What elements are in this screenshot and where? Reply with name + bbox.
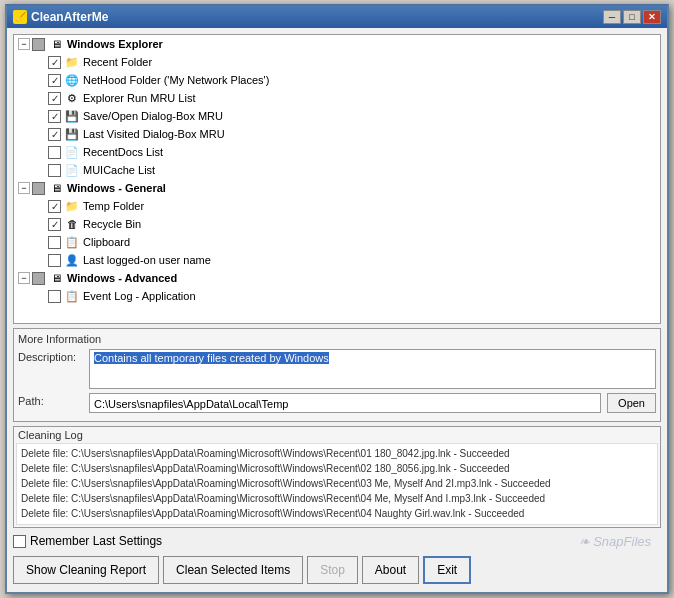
close-button[interactable]: ✕ <box>643 10 661 24</box>
cleaning-log-panel: Cleaning Log Delete file: C:\Users\snapf… <box>13 426 661 528</box>
tree-icon-last-visited-mru: 💾 <box>64 126 80 142</box>
tree-label-windows-advanced: Windows - Advanced <box>67 272 177 284</box>
tree-icon-recent-folder: 📁 <box>64 54 80 70</box>
cleaning-log-title: Cleaning Log <box>14 427 660 443</box>
log-entry: Delete file: C:\Users\snapfiles\AppData\… <box>21 446 653 461</box>
tree-label-event-log: Event Log - Application <box>83 290 196 302</box>
tree-label-muicache-list: MUICache List <box>83 164 155 176</box>
checkbox-recentdocs-list[interactable] <box>48 146 61 159</box>
remember-checkbox[interactable] <box>13 535 26 548</box>
tree-icon-save-open-mru: 💾 <box>64 108 80 124</box>
minimize-button[interactable]: ─ <box>603 10 621 24</box>
title-bar-controls: ─ □ ✕ <box>603 10 661 24</box>
checkbox-recycle-bin[interactable] <box>48 218 61 231</box>
tree-label-windows-general: Windows - General <box>67 182 166 194</box>
log-entry: Delete file: C:\Users\snapfiles\AppData\… <box>21 491 653 506</box>
show-report-button[interactable]: Show Cleaning Report <box>13 556 159 584</box>
tree-item-windows-general[interactable]: −🖥Windows - General <box>14 179 660 197</box>
checkbox-windows-advanced[interactable] <box>32 272 45 285</box>
title-bar: 🧹 CleanAfterMe ─ □ ✕ <box>7 6 667 28</box>
path-row: Path: C:\Users\snapfiles\AppData\Local\T… <box>18 393 656 413</box>
tree-item-nethood-folder[interactable]: 🌐NetHood Folder ('My Network Places') <box>14 71 660 89</box>
tree-item-recent-folder[interactable]: 📁Recent Folder <box>14 53 660 71</box>
tree-label-clipboard: Clipboard <box>83 236 130 248</box>
snapfiles-watermark: ❧ SnapFiles <box>579 534 651 549</box>
window-title: CleanAfterMe <box>31 10 108 24</box>
tree-item-last-visited-mru[interactable]: 💾Last Visited Dialog-Box MRU <box>14 125 660 143</box>
app-icon: 🧹 <box>13 10 27 24</box>
expander-windows-advanced[interactable]: − <box>18 272 30 284</box>
open-button[interactable]: Open <box>607 393 656 413</box>
checkbox-muicache-list[interactable] <box>48 164 61 177</box>
expander-windows-general[interactable]: − <box>18 182 30 194</box>
tree-panel[interactable]: −🖥Windows Explorer📁Recent Folder🌐NetHood… <box>13 34 661 324</box>
log-entry: Delete file: C:\Users\snapfiles\AppData\… <box>21 506 653 521</box>
description-text: Contains all temporary files created by … <box>94 352 329 364</box>
tree-item-windows-explorer[interactable]: −🖥Windows Explorer <box>14 35 660 53</box>
tree-icon-windows-advanced: 🖥 <box>48 270 64 286</box>
checkbox-save-open-mru[interactable] <box>48 110 61 123</box>
tree-label-recycle-bin: Recycle Bin <box>83 218 141 230</box>
remember-settings-row: Remember Last Settings <box>13 532 162 550</box>
tree-item-recycle-bin[interactable]: 🗑Recycle Bin <box>14 215 660 233</box>
tree-icon-nethood-folder: 🌐 <box>64 72 80 88</box>
tree-item-temp-folder[interactable]: 📁Temp Folder <box>14 197 660 215</box>
tree-label-temp-folder: Temp Folder <box>83 200 144 212</box>
bottom-buttons: Show Cleaning Report Clean Selected Item… <box>13 554 661 586</box>
checkbox-recent-folder[interactable] <box>48 56 61 69</box>
tree-label-explorer-run-mru: Explorer Run MRU List <box>83 92 195 104</box>
tree-item-clipboard[interactable]: 📋Clipboard <box>14 233 660 251</box>
tree-item-muicache-list[interactable]: 📄MUICache List <box>14 161 660 179</box>
log-entry: Delete file: C:\Users\snapfiles\AppData\… <box>21 521 653 525</box>
tree-label-recentdocs-list: RecentDocs List <box>83 146 163 158</box>
tree-item-recentdocs-list[interactable]: 📄RecentDocs List <box>14 143 660 161</box>
checkbox-last-visited-mru[interactable] <box>48 128 61 141</box>
checkbox-last-loggedon[interactable] <box>48 254 61 267</box>
main-window: 🧹 CleanAfterMe ─ □ ✕ −🖥Windows Explorer📁… <box>5 4 669 594</box>
path-label: Path: <box>18 393 83 407</box>
checkbox-temp-folder[interactable] <box>48 200 61 213</box>
description-row: Description: Contains all temporary file… <box>18 349 656 389</box>
stop-button[interactable]: Stop <box>307 556 358 584</box>
title-bar-left: 🧹 CleanAfterMe <box>13 10 108 24</box>
remember-label: Remember Last Settings <box>30 534 162 548</box>
tree-icon-explorer-run-mru: ⚙ <box>64 90 80 106</box>
exit-button[interactable]: Exit <box>423 556 471 584</box>
tree-label-windows-explorer: Windows Explorer <box>67 38 163 50</box>
checkbox-windows-explorer[interactable] <box>32 38 45 51</box>
checkbox-clipboard[interactable] <box>48 236 61 249</box>
clean-button[interactable]: Clean Selected Items <box>163 556 303 584</box>
tree-item-save-open-mru[interactable]: 💾Save/Open Dialog-Box MRU <box>14 107 660 125</box>
remember-row: Remember Last Settings ❧ SnapFiles <box>13 532 661 550</box>
tree-label-last-loggedon: Last logged-on user name <box>83 254 211 266</box>
checkbox-windows-general[interactable] <box>32 182 45 195</box>
description-label: Description: <box>18 349 83 363</box>
description-box: Contains all temporary files created by … <box>89 349 656 389</box>
tree-icon-last-loggedon: 👤 <box>64 252 80 268</box>
tree-icon-windows-general: 🖥 <box>48 180 64 196</box>
maximize-button[interactable]: □ <box>623 10 641 24</box>
content-area: −🖥Windows Explorer📁Recent Folder🌐NetHood… <box>7 28 667 592</box>
expander-windows-explorer[interactable]: − <box>18 38 30 50</box>
tree-icon-clipboard: 📋 <box>64 234 80 250</box>
tree-item-explorer-run-mru[interactable]: ⚙Explorer Run MRU List <box>14 89 660 107</box>
checkbox-event-log[interactable] <box>48 290 61 303</box>
tree-label-last-visited-mru: Last Visited Dialog-Box MRU <box>83 128 225 140</box>
checkbox-explorer-run-mru[interactable] <box>48 92 61 105</box>
log-content[interactable]: Delete file: C:\Users\snapfiles\AppData\… <box>16 443 658 525</box>
path-input: C:\Users\snapfiles\AppData\Local\Temp <box>89 393 601 413</box>
tree-icon-event-log: 📋 <box>64 288 80 304</box>
tree-item-windows-advanced[interactable]: −🖥Windows - Advanced <box>14 269 660 287</box>
more-info-title: More Information <box>18 333 656 345</box>
watermark-icon: ❧ <box>579 534 590 549</box>
tree-item-last-loggedon[interactable]: 👤Last logged-on user name <box>14 251 660 269</box>
more-information-panel: More Information Description: Contains a… <box>13 328 661 422</box>
tree-icon-windows-explorer: 🖥 <box>48 36 64 52</box>
tree-item-event-log[interactable]: 📋Event Log - Application <box>14 287 660 305</box>
tree-icon-muicache-list: 📄 <box>64 162 80 178</box>
about-button[interactable]: About <box>362 556 419 584</box>
checkbox-nethood-folder[interactable] <box>48 74 61 87</box>
tree-icon-recycle-bin: 🗑 <box>64 216 80 232</box>
tree-label-save-open-mru: Save/Open Dialog-Box MRU <box>83 110 223 122</box>
tree-icon-recentdocs-list: 📄 <box>64 144 80 160</box>
